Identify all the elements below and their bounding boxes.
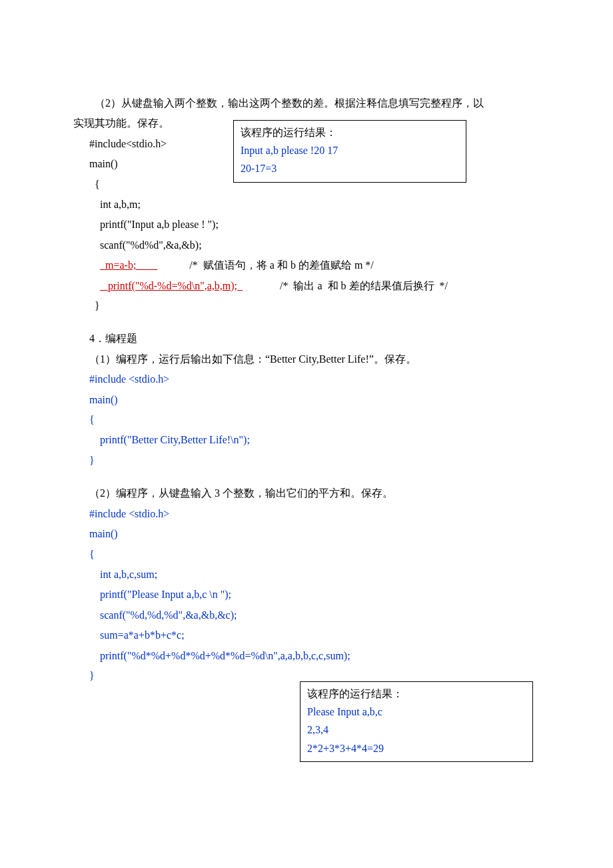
- section4-title: 4．编程题: [73, 329, 540, 349]
- code-line: printf("Input a,b please ! ");: [89, 215, 540, 235]
- problem2-intro-line1: （2）从键盘输入两个整数，输出这两个整数的差。根据注释信息填写完整程序，以: [73, 93, 540, 113]
- code-line: sum=a*a+b*b+c*c;: [89, 625, 540, 645]
- comment-fragment: /* 输出 a 和 b 差的结果值后换行 */: [243, 280, 448, 291]
- code-line: scanf("%d,%d,%d",&a,&b,&c);: [89, 605, 540, 625]
- code-line: int a,b,c,sum;: [89, 565, 540, 585]
- code-fragment: [89, 259, 100, 271]
- code-line: main(): [89, 390, 540, 410]
- answer-fragment: m=a-b;: [100, 259, 157, 271]
- result-line: 20-17=3: [241, 159, 459, 177]
- code-line-fill2: printf("%d-%d=%d\n",a,b,m); /* 输出 a 和 b …: [89, 276, 540, 296]
- result-line: 2,3,4: [307, 721, 526, 739]
- result-line: Input a,b please !20 17: [241, 141, 459, 159]
- result-title: 该程序的运行结果：: [307, 685, 526, 703]
- code-line: printf("Better City,Better Life!\n");: [89, 430, 540, 450]
- result-line: Please Input a,b,c: [307, 703, 526, 721]
- code-line: #include <stdio.h>: [89, 369, 540, 389]
- result-box-2: 该程序的运行结果： Please Input a,b,c 2,3,4 2*2+3…: [300, 681, 533, 762]
- result-title: 该程序的运行结果：: [241, 123, 459, 141]
- code-line: printf("%d*%d+%d*%d+%d*%d=%d\n",a,a,b,b,…: [89, 646, 540, 666]
- code-line: {: [89, 545, 540, 565]
- code-line: main(): [89, 524, 540, 544]
- code-line: scanf("%d%d",&a,&b);: [89, 235, 540, 255]
- comment-fragment: /* 赋值语句，将 a 和 b 的差值赋给 m */: [157, 259, 373, 271]
- code-line: printf("Please Input a,b,c \n ");: [89, 585, 540, 605]
- code-line: }: [89, 296, 540, 316]
- document-page: （2）从键盘输入两个整数，输出这两个整数的差。根据注释信息填写完整程序，以 实现…: [0, 0, 613, 868]
- code-line: int a,b,m;: [89, 195, 540, 215]
- code-line: #include <stdio.h>: [89, 504, 540, 524]
- code-fragment: [89, 280, 100, 291]
- code-line-fill1: m=a-b; /* 赋值语句，将 a 和 b 的差值赋给 m */: [89, 255, 540, 275]
- answer-fragment: printf("%d-%d=%d\n",a,b,m);: [100, 280, 243, 291]
- problem4-2-intro: （2）编程序，从键盘输入 3 个整数，输出它们的平方和。保存。: [73, 483, 540, 503]
- problem4-1-intro: （1）编程序，运行后输出如下信息：“Better City,Better Lif…: [73, 349, 540, 369]
- code-line: }: [89, 451, 540, 471]
- result-line: 2*2+3*3+4*4=29: [307, 739, 526, 757]
- result-box-1: 该程序的运行结果： Input a,b please !20 17 20-17=…: [233, 120, 466, 183]
- code-line: {: [89, 410, 540, 430]
